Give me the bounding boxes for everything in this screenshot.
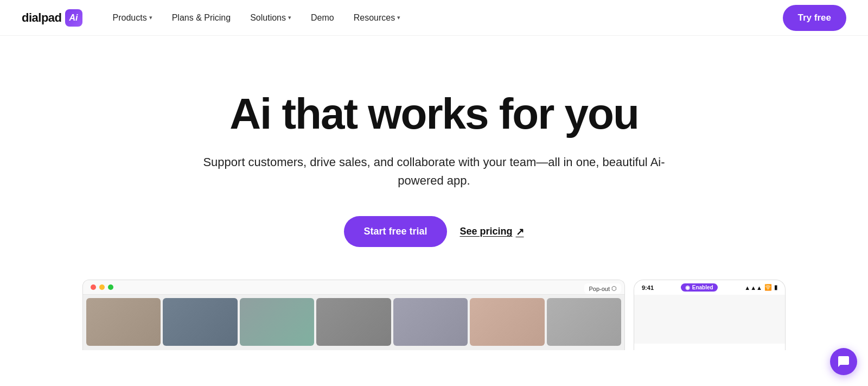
- video-grid: [83, 295, 624, 349]
- logo-icon: Ai: [65, 9, 82, 27]
- screenshots-bar: Pop-out ⬡ 9:41 ◉ Enabled ▲▲▲ 🛜 ▮: [0, 280, 868, 350]
- desktop-content: Pop-out ⬡: [83, 295, 624, 349]
- mobile-status-icons: ▲▲▲ 🛜 ▮: [744, 284, 777, 291]
- hero-subtitle: Support customers, drive sales, and coll…: [201, 153, 667, 190]
- mobile-content-area: [634, 295, 785, 344]
- video-cell-1: [86, 298, 161, 346]
- titlebar: [83, 280, 624, 295]
- wifi-icon: 🛜: [764, 284, 772, 291]
- nav-item-products[interactable]: Products ▾: [104, 9, 161, 27]
- chat-icon: [837, 355, 850, 368]
- arrow-icon: ↗: [516, 226, 524, 238]
- logo-ai-badge: Ai: [69, 13, 78, 23]
- hero-actions: Start free trial See pricing ↗: [344, 216, 524, 247]
- logo-wordmark: dialpad: [22, 11, 62, 25]
- video-cell-3: [240, 298, 314, 346]
- mobile-time: 9:41: [642, 284, 654, 291]
- desktop-app-mockup: Pop-out ⬡: [82, 280, 625, 350]
- battery-icon: ▮: [774, 284, 777, 291]
- logo-link[interactable]: dialpad Ai: [22, 9, 82, 27]
- hero-section: Ai that works for you Support customers,…: [0, 36, 868, 280]
- window-maximize-dot: [108, 284, 113, 290]
- video-cell-5: [393, 298, 468, 346]
- video-cell-6: [470, 298, 544, 346]
- nav-item-solutions[interactable]: Solutions ▾: [241, 9, 300, 27]
- mobile-app-mockup: 9:41 ◉ Enabled ▲▲▲ 🛜 ▮: [634, 280, 786, 350]
- hero-title: Ai that works for you: [229, 90, 639, 138]
- video-cell-7: [547, 298, 621, 346]
- chevron-down-icon: ▾: [149, 14, 152, 21]
- video-cell-4: [316, 298, 391, 346]
- nav-cta-area: Try free: [783, 5, 846, 31]
- mobile-statusbar: 9:41 ◉ Enabled ▲▲▲ 🛜 ▮: [634, 280, 785, 295]
- dialpad-logo-small: ◉: [685, 284, 690, 290]
- mobile-enabled-badge: ◉ Enabled: [681, 283, 718, 292]
- chevron-down-icon-solutions: ▾: [288, 14, 291, 21]
- see-pricing-button[interactable]: See pricing ↗: [460, 226, 524, 238]
- window-minimize-dot: [99, 284, 105, 290]
- nav-links: Products ▾ Plans & Pricing Solutions ▾ D…: [104, 9, 783, 27]
- nav-item-demo[interactable]: Demo: [302, 9, 343, 27]
- chat-widget-button[interactable]: [830, 348, 857, 375]
- start-free-trial-button[interactable]: Start free trial: [344, 216, 446, 247]
- signal-icon: ▲▲▲: [744, 284, 762, 291]
- window-close-dot: [91, 284, 96, 290]
- chevron-down-icon-resources: ▾: [397, 14, 400, 21]
- video-cell-2: [163, 298, 237, 346]
- try-free-button[interactable]: Try free: [783, 5, 846, 31]
- nav-item-plans-pricing[interactable]: Plans & Pricing: [163, 9, 240, 27]
- navbar: dialpad Ai Products ▾ Plans & Pricing So…: [0, 0, 868, 36]
- nav-item-resources[interactable]: Resources ▾: [345, 9, 409, 27]
